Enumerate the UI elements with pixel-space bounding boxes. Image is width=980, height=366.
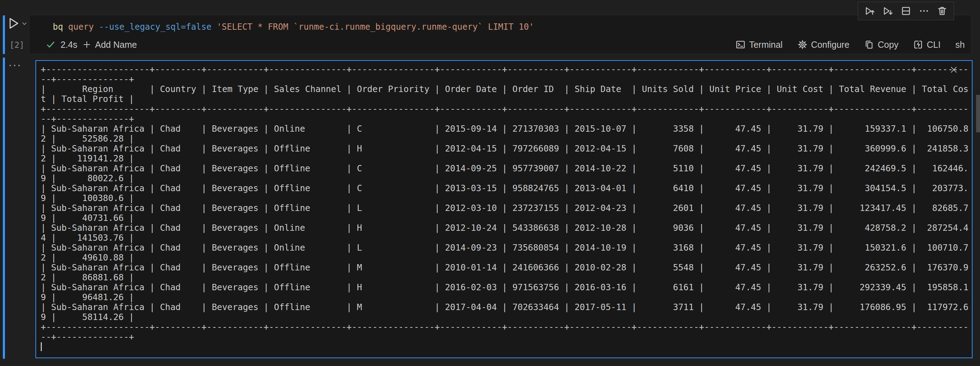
ellipsis-icon: [919, 6, 929, 16]
trash-icon: [937, 6, 947, 16]
split-cell-icon: [900, 6, 911, 16]
status-left: 2.4s Add Name: [46, 40, 137, 50]
cell-toolbar: [858, 2, 954, 20]
execute-below-button[interactable]: [882, 5, 894, 17]
terminal-output: +--------------------+---------+--------…: [35, 60, 972, 358]
language-indicator[interactable]: sh: [956, 40, 965, 50]
split-cell-button[interactable]: [900, 5, 912, 17]
copy-button[interactable]: Copy: [864, 40, 898, 50]
output-focus-bar: [3, 57, 5, 359]
more-actions-button[interactable]: [918, 5, 930, 17]
run-options-chevron-down-icon[interactable]: [21, 20, 29, 28]
cli-button[interactable]: CLI: [913, 40, 941, 50]
editor-scrollbar[interactable]: [976, 95, 980, 132]
cell-more-menu[interactable]: ···: [8, 59, 22, 72]
add-name-button[interactable]: Add Name: [82, 40, 137, 50]
run-above-icon: [864, 6, 875, 16]
command-editor[interactable]: bq query --use_legacy_sql=false 'SELECT …: [53, 22, 534, 32]
terminal-text: +--------------------+---------+--------…: [41, 65, 968, 342]
copy-icon: [864, 40, 874, 49]
success-check-icon: [46, 40, 56, 49]
copy-label: Copy: [878, 40, 898, 50]
cell-focus-bar: [3, 15, 5, 54]
play-icon: [7, 17, 21, 30]
command-token-sql-string: 'SELECT * FROM `runme-ci.runme_bigquery.…: [216, 22, 534, 32]
notebook-cell-screen: [2] ··· bq query --use_legacy_sql=false …: [0, 0, 980, 366]
gear-icon: [797, 40, 807, 49]
command-token-bq: bq: [53, 22, 68, 32]
command-token-query: query: [68, 22, 99, 32]
status-right: Terminal Configure Copy: [735, 40, 965, 50]
execution-duration: 2.4s: [60, 40, 77, 50]
configure-button[interactable]: Configure: [797, 40, 849, 50]
close-icon: [949, 65, 958, 74]
cell-status-bar: 2.4s Add Name Terminal: [46, 37, 965, 52]
terminal-label: Terminal: [749, 40, 782, 50]
terminal-icon: [735, 40, 745, 49]
run-below-icon: [883, 6, 893, 16]
execution-count: [2]: [10, 40, 24, 49]
zap-icon: [913, 40, 923, 49]
cli-label: CLI: [927, 40, 941, 50]
plus-icon: [82, 40, 91, 49]
delete-cell-button[interactable]: [936, 5, 948, 17]
close-output-button[interactable]: [949, 65, 958, 74]
terminal-button[interactable]: Terminal: [735, 40, 782, 50]
execute-above-button[interactable]: [864, 5, 876, 17]
terminal-cursor: [41, 342, 42, 351]
configure-label: Configure: [811, 40, 849, 50]
add-name-label: Add Name: [95, 40, 137, 50]
command-token-flag: --use_legacy_sql=false: [99, 22, 216, 32]
code-cell: bq query --use_legacy_sql=false 'SELECT …: [29, 15, 972, 54]
run-cell-button[interactable]: [7, 17, 21, 30]
